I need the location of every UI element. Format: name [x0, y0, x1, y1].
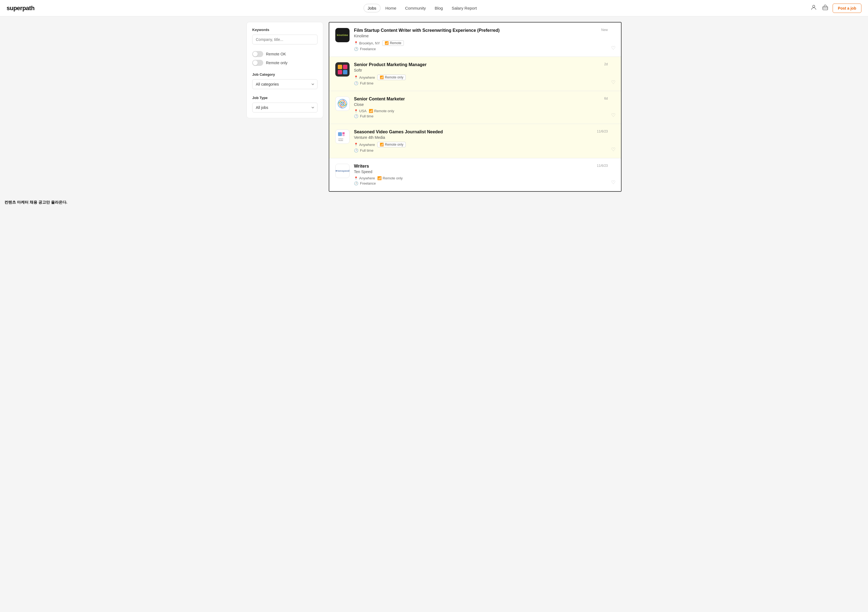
remote-tag-plain: 📶 Remote only — [369, 109, 394, 113]
company-logo-close — [335, 96, 350, 111]
wifi-icon: 📶 — [380, 143, 384, 146]
remote-toggles-section: Remote OK Remote only — [252, 51, 318, 66]
job-title: Writers — [354, 164, 615, 169]
location-icon: 📍 — [354, 109, 358, 113]
company-logo-softr — [335, 62, 350, 76]
job-type-row: 🕐 Freelance — [354, 47, 615, 51]
job-company: Softr — [354, 68, 615, 72]
job-title: Senior Content Marketer — [354, 96, 615, 101]
clock-icon: 🕐 — [354, 148, 358, 152]
save-job-button[interactable]: ♡ — [611, 179, 615, 185]
remote-only-toggle[interactable] — [252, 60, 263, 66]
job-card-softr[interactable]: Senior Product Marketing Manager Softr 📍… — [329, 57, 621, 91]
wifi-icon: 📶 — [384, 41, 389, 45]
svg-rect-1 — [823, 6, 828, 10]
job-company: Ten Speed — [354, 169, 615, 174]
save-job-button[interactable]: ♡ — [611, 112, 615, 118]
job-location: 📍 Brooklyn, NY — [354, 41, 380, 45]
job-meta: 📍 Brooklyn, NY 📶 Remote — [354, 40, 615, 46]
job-card-kinolime[interactable]: kinotime Film Startup Content Writer wit… — [329, 22, 621, 57]
clock-icon: 🕐 — [354, 114, 358, 118]
job-card-venture[interactable]: venture 4media Seasoned Video Games Jour… — [329, 124, 621, 158]
job-card-close[interactable]: Senior Content Marketer Close 📍 USA 📶 Re… — [329, 91, 621, 124]
main-layout: Keywords Remote OK Remote only Job Categ… — [242, 17, 626, 197]
post-job-button[interactable]: Post a job — [832, 3, 862, 13]
keywords-section: Keywords — [252, 28, 318, 44]
job-category-section: Job Category All categories — [252, 72, 318, 89]
job-date: 2d — [604, 62, 608, 66]
job-company: Close — [354, 103, 615, 107]
job-location: 📍 Anywhere — [354, 143, 375, 147]
svg-text:4media: 4media — [338, 140, 343, 141]
location-icon: 📍 — [354, 176, 358, 180]
job-date: 11/6/23 — [597, 129, 608, 133]
clock-icon: 🕐 — [354, 181, 358, 185]
job-info-venture: Seasoned Video Games Journalist Needed V… — [354, 129, 615, 152]
job-meta: 📍 Anywhere 📶 Remote only — [354, 75, 615, 80]
remote-tag: 📶 Remote only — [377, 142, 406, 147]
remote-only-label: Remote only — [266, 61, 288, 65]
svg-rect-7 — [343, 132, 345, 134]
svg-point-0 — [813, 5, 815, 8]
remote-tag-plain: 📶 Remote only — [377, 176, 403, 180]
job-info-tenspeed: Writers Ten Speed 📍 Anywhere 📶 Remote on… — [354, 164, 615, 185]
job-type-select[interactable]: All jobs — [252, 103, 318, 112]
remote-ok-label: Remote OK — [266, 52, 286, 56]
remote-tag: 📶 Remote — [382, 40, 404, 46]
sidebar-card: Keywords Remote OK Remote only Job Categ… — [246, 22, 323, 118]
save-job-button[interactable]: ♡ — [611, 146, 615, 152]
job-company: Venture 4th Media — [354, 135, 615, 140]
briefcase-icon-button[interactable] — [821, 3, 829, 13]
job-location: 📍 Anywhere — [354, 75, 375, 79]
keywords-input[interactable] — [252, 34, 318, 44]
job-info-softr: Senior Product Marketing Manager Softr 📍… — [354, 62, 615, 85]
job-title: Film Startup Content Writer with Screenw… — [354, 28, 615, 33]
company-logo-kinolime: kinotime — [335, 28, 350, 42]
job-date-new: New — [601, 28, 608, 32]
job-company: Kinolime — [354, 34, 615, 38]
job-type-row: 🕐 Full time — [354, 114, 615, 118]
logo: superpath — [6, 5, 34, 12]
sidebar: Keywords Remote OK Remote only Job Categ… — [246, 22, 323, 192]
job-category-select[interactable]: All categories — [252, 79, 318, 89]
job-location: 📍 Anywhere — [354, 176, 375, 180]
job-meta: 📍 USA 📶 Remote only — [354, 109, 615, 113]
location-icon: 📍 — [354, 75, 358, 79]
clock-icon: 🕐 — [354, 47, 358, 51]
save-job-button[interactable]: ♡ — [611, 79, 615, 85]
clock-icon: 🕐 — [354, 81, 358, 85]
location-icon: 📍 — [354, 143, 358, 146]
company-logo-venture: venture 4media — [335, 129, 350, 144]
remote-only-row: Remote only — [252, 60, 318, 66]
jobs-panel: kinotime Film Startup Content Writer wit… — [329, 22, 622, 192]
job-type-row: 🕐 Full time — [354, 148, 615, 152]
job-type-label: Job Type — [252, 96, 318, 100]
keywords-label: Keywords — [252, 28, 318, 32]
nav-community[interactable]: Community — [401, 4, 430, 12]
location-icon: 📍 — [354, 41, 358, 45]
job-title: Seasoned Video Games Journalist Needed — [354, 129, 615, 134]
job-meta: 📍 Anywhere 📶 Remote only — [354, 176, 615, 180]
company-logo-tenspeed: ≋tenspeed — [335, 164, 350, 178]
nav-blog[interactable]: Blog — [431, 4, 446, 12]
job-type-row: 🕐 Freelance — [354, 181, 615, 185]
header-actions: Post a job — [810, 3, 862, 13]
nav-jobs[interactable]: Jobs — [364, 4, 381, 12]
job-card-tenspeed[interactable]: ≋tenspeed Writers Ten Speed 📍 Anywhere 📶… — [329, 158, 621, 191]
job-info-close: Senior Content Marketer Close 📍 USA 📶 Re… — [354, 96, 615, 118]
job-info-kinolime: Film Startup Content Writer with Screenw… — [354, 28, 615, 51]
header: superpath Jobs Home Community Blog Salar… — [0, 0, 868, 17]
job-date: 6d — [604, 96, 608, 100]
svg-rect-6 — [338, 132, 342, 136]
save-job-button[interactable]: ♡ — [611, 45, 615, 51]
job-type-section: Job Type All jobs — [252, 96, 318, 112]
user-icon-button[interactable] — [810, 3, 818, 13]
nav-salary-report[interactable]: Salary Report — [448, 4, 480, 12]
job-date: 11/6/23 — [597, 164, 608, 168]
job-type-row: 🕐 Full time — [354, 81, 615, 85]
wifi-icon: 📶 — [377, 176, 381, 180]
job-meta: 📍 Anywhere 📶 Remote only — [354, 142, 615, 147]
remote-tag: 📶 Remote only — [377, 75, 406, 80]
remote-ok-toggle[interactable] — [252, 51, 263, 57]
nav-home[interactable]: Home — [381, 4, 400, 12]
